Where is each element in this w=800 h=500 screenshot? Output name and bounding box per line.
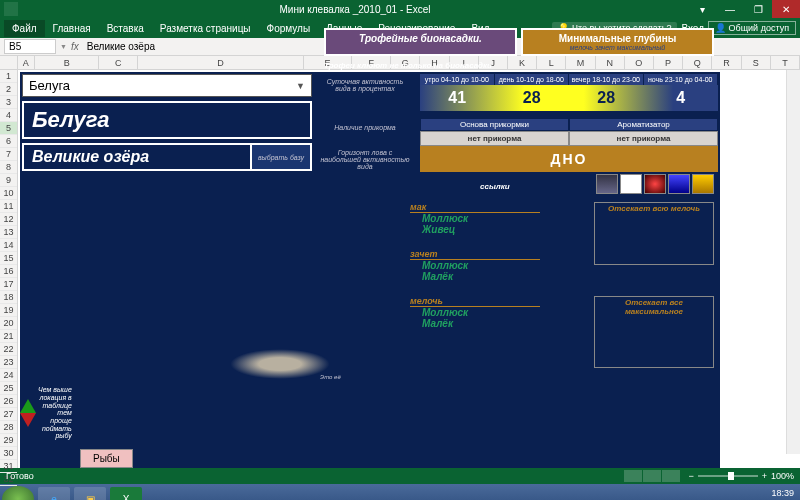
column-header-M[interactable]: M <box>566 56 595 69</box>
row-header-28[interactable]: 28 <box>0 421 17 434</box>
taskbar-excel[interactable]: X <box>110 487 142 500</box>
view-pagebreak-button[interactable] <box>662 470 680 482</box>
vertical-scrollbar[interactable] <box>786 70 800 454</box>
link-icon-1[interactable] <box>596 174 618 194</box>
row-header-16[interactable]: 16 <box>0 265 17 278</box>
row-header-5[interactable]: 5 <box>0 122 17 135</box>
fx-button[interactable]: fx <box>67 41 83 52</box>
restore-button[interactable]: ❐ <box>744 0 772 18</box>
mak-title: мак <box>410 202 540 213</box>
share-button[interactable]: 👤 Общий доступ <box>708 21 796 35</box>
fish-dropdown-value: Белуга <box>29 78 70 93</box>
row-header-25[interactable]: 25 <box>0 382 17 395</box>
zoom-slider[interactable] <box>698 475 758 477</box>
tab-insert[interactable]: Вставка <box>99 20 152 37</box>
row-header-30[interactable]: 30 <box>0 447 17 460</box>
time-header-day: день 10-10 до 18-00 <box>495 74 570 85</box>
trophy-baits-box: Трофейные бионасадки. <box>324 28 517 56</box>
row-header-23[interactable]: 23 <box>0 356 17 369</box>
filter-smallfry-title: Отсекает всю мелочь <box>595 203 713 214</box>
zoom-in-button[interactable]: + <box>762 471 767 481</box>
tab-home[interactable]: Главная <box>45 20 99 37</box>
fish-tab-button[interactable]: Рыбы <box>80 449 133 468</box>
column-header-D[interactable]: D <box>138 56 303 69</box>
row-header-3[interactable]: 3 <box>0 96 17 109</box>
column-header-P[interactable]: P <box>654 56 683 69</box>
tab-formulas[interactable]: Формулы <box>259 20 319 37</box>
column-header-S[interactable]: S <box>742 56 771 69</box>
row-header-11[interactable]: 11 <box>0 200 17 213</box>
name-box[interactable]: B5 <box>4 39 56 54</box>
view-layout-button[interactable] <box>643 470 661 482</box>
activity-time-grid: утро 04-10 до 10-00 день 10-10 до 18-00 … <box>420 74 718 111</box>
column-header-C[interactable]: C <box>99 56 138 69</box>
row-header-22[interactable]: 22 <box>0 343 17 356</box>
row-header-29[interactable]: 29 <box>0 434 17 447</box>
column-header-O[interactable]: O <box>625 56 654 69</box>
taskbar-ie[interactable]: e <box>38 487 70 500</box>
mak-item-2: Живец <box>410 224 540 235</box>
status-bar: Готово − + 100% <box>0 468 800 484</box>
row-header-2[interactable]: 2 <box>0 83 17 96</box>
links-label: ссылки <box>480 182 510 191</box>
row-header-21[interactable]: 21 <box>0 330 17 343</box>
worksheet-grid[interactable]: Белуга ▼ Белуга Великие озёра выбрать ба… <box>18 70 800 468</box>
fish-dropdown[interactable]: Белуга ▼ <box>22 74 312 97</box>
row-header-6[interactable]: 6 <box>0 135 17 148</box>
row-header-17[interactable]: 17 <box>0 278 17 291</box>
ribbon-options-button[interactable]: ▾ <box>688 0 716 18</box>
row-header-8[interactable]: 8 <box>0 161 17 174</box>
choose-base-button[interactable]: выбрать базу <box>252 143 312 171</box>
row-header-24[interactable]: 24 <box>0 369 17 382</box>
row-header-15[interactable]: 15 <box>0 252 17 265</box>
row-header-27[interactable]: 27 <box>0 408 17 421</box>
row-header-9[interactable]: 9 <box>0 174 17 187</box>
link-icon-2[interactable] <box>620 174 642 194</box>
close-button[interactable]: ✕ <box>772 0 800 18</box>
tab-layout[interactable]: Разметка страницы <box>152 20 259 37</box>
column-header-N[interactable]: N <box>596 56 625 69</box>
tab-file[interactable]: Файл <box>4 20 45 37</box>
row-header-18[interactable]: 18 <box>0 291 17 304</box>
row-header-20[interactable]: 20 <box>0 317 17 330</box>
row-header-26[interactable]: 26 <box>0 395 17 408</box>
meloch-item-1: Моллюск <box>410 307 540 318</box>
column-header-B[interactable]: B <box>35 56 99 69</box>
filter-maximum-body <box>595 317 713 367</box>
row-header-1[interactable]: 1 <box>0 70 17 83</box>
row-header-4[interactable]: 4 <box>0 109 17 122</box>
fish-image <box>230 349 330 379</box>
zoom-value: 100% <box>771 471 794 481</box>
trophy-icon[interactable] <box>692 174 714 194</box>
row-header-7[interactable]: 7 <box>0 148 17 161</box>
window-titlebar: Мини клевалка _2010_01 - Excel ▾ — ❐ ✕ <box>0 0 800 18</box>
start-button[interactable] <box>2 486 34 500</box>
select-all-corner[interactable] <box>0 56 18 69</box>
column-header-T[interactable]: T <box>771 56 800 69</box>
namebox-dropdown-icon[interactable]: ▼ <box>60 43 67 50</box>
horizon-value: ДНО <box>420 146 718 172</box>
fish-name-display: Белуга <box>22 101 312 139</box>
section-mak: мак Моллюск Живец <box>410 202 540 235</box>
column-header-R[interactable]: R <box>712 56 741 69</box>
meloch-title: мелочь <box>410 296 540 307</box>
system-tray[interactable]: 18:39 25.03.2017 <box>749 489 798 500</box>
view-normal-button[interactable] <box>624 470 642 482</box>
row-header-19[interactable]: 19 <box>0 304 17 317</box>
link-icon-4[interactable] <box>668 174 690 194</box>
row-header-13[interactable]: 13 <box>0 226 17 239</box>
column-header-L[interactable]: L <box>537 56 566 69</box>
minimize-button[interactable]: — <box>716 0 744 18</box>
row-header-14[interactable]: 14 <box>0 239 17 252</box>
row-header-10[interactable]: 10 <box>0 187 17 200</box>
link-icon-3[interactable] <box>644 174 666 194</box>
arrow-down-icon <box>20 413 36 427</box>
app-icon <box>4 2 18 16</box>
horizon-label: Горизонт лова с наибольшей активностью в… <box>320 149 410 170</box>
taskbar-explorer[interactable]: ▣ <box>74 487 106 500</box>
column-header-K[interactable]: K <box>508 56 537 69</box>
row-header-12[interactable]: 12 <box>0 213 17 226</box>
column-header-Q[interactable]: Q <box>683 56 712 69</box>
zoom-out-button[interactable]: − <box>688 471 693 481</box>
column-header-A[interactable]: A <box>18 56 36 69</box>
